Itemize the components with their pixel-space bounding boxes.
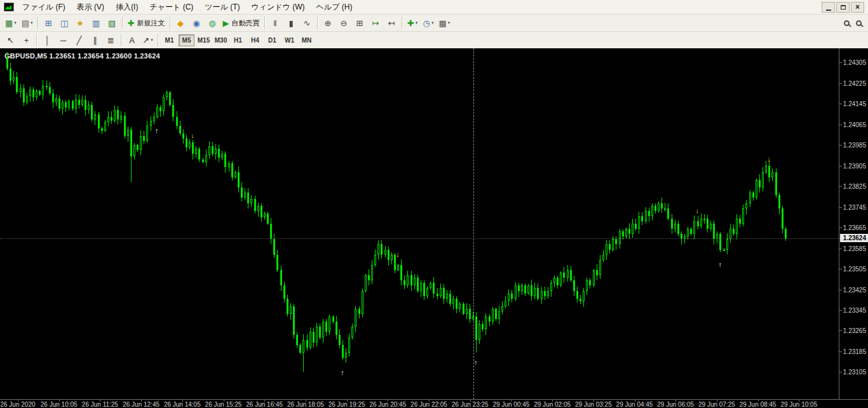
arrows-tool-button[interactable]: ↗▾ bbox=[140, 33, 155, 47]
time-label: 26 Jun 19:25 bbox=[329, 401, 365, 408]
chart-shift-button[interactable]: ↤ bbox=[384, 16, 399, 30]
toolbar-separator bbox=[158, 34, 159, 46]
templates-dropdown-icon[interactable]: ▾ bbox=[448, 20, 451, 25]
timeframe-m30-button[interactable]: M30 bbox=[213, 34, 229, 46]
candle bbox=[742, 208, 744, 224]
text-label-button[interactable]: A bbox=[125, 33, 139, 47]
candle bbox=[339, 335, 341, 345]
menu-file[interactable]: ファイル (F) bbox=[17, 0, 71, 15]
candle bbox=[42, 86, 44, 95]
candle bbox=[651, 206, 653, 216]
lens-icon[interactable] bbox=[856, 20, 862, 26]
chart-line-button[interactable]: ∿ bbox=[300, 16, 315, 30]
timeframe-d1-button[interactable]: D1 bbox=[264, 34, 280, 46]
candle bbox=[632, 224, 634, 234]
candle bbox=[739, 219, 741, 224]
restore-button[interactable] bbox=[836, 2, 850, 13]
candle bbox=[492, 309, 494, 322]
toolbar-right-icons bbox=[844, 20, 865, 26]
current-price-box: 1.23624 bbox=[840, 234, 868, 242]
new-chart-button[interactable]: ▦▾ bbox=[3, 16, 18, 30]
market-watch-button[interactable]: ⊞ bbox=[41, 16, 56, 30]
fibonacci-retracement-button[interactable]: ≣ bbox=[104, 33, 118, 47]
candle bbox=[420, 283, 422, 290]
time-axis[interactable]: 26 Jun 202026 Jun 10:0526 Jun 11:2526 Ju… bbox=[0, 399, 868, 408]
candle bbox=[293, 306, 295, 335]
price-tick bbox=[839, 290, 842, 290]
candle bbox=[407, 275, 409, 285]
trendline-button[interactable]: ╱ bbox=[72, 33, 86, 47]
strategy-tester-button[interactable]: ▧ bbox=[105, 16, 119, 30]
candle bbox=[397, 265, 399, 270]
candle bbox=[391, 255, 393, 260]
close-button[interactable]: × bbox=[851, 2, 864, 13]
candle bbox=[573, 280, 575, 290]
candle bbox=[273, 239, 275, 254]
horizontal-line-button[interactable]: ─ bbox=[56, 33, 71, 47]
menu-charts[interactable]: チャート (C) bbox=[144, 0, 199, 15]
timeframe-w1-button[interactable]: W1 bbox=[281, 34, 297, 46]
periods-dropdown-icon[interactable]: ▾ bbox=[431, 20, 434, 25]
search-icon[interactable] bbox=[844, 20, 850, 26]
candle bbox=[635, 224, 637, 229]
zoom-in-button[interactable]: ⊕ bbox=[321, 16, 336, 30]
chart-bars-icon: ‖ bbox=[273, 19, 276, 27]
trendline-icon: ╱ bbox=[77, 36, 82, 44]
cursor-button[interactable]: ↖ bbox=[3, 33, 18, 47]
candle bbox=[752, 193, 754, 198]
experts-button[interactable]: ◉ bbox=[189, 16, 204, 30]
timeframe-m1-button[interactable]: M1 bbox=[161, 34, 177, 46]
arrows-tool-dropdown-icon[interactable]: ▾ bbox=[151, 37, 153, 43]
zoom-out-button[interactable]: ⊖ bbox=[337, 16, 351, 30]
menu-insert[interactable]: 挿入(I) bbox=[110, 0, 144, 15]
new-chart-dropdown-icon[interactable]: ▾ bbox=[14, 20, 17, 25]
candle bbox=[553, 278, 555, 283]
signal-down-arrow-icon: ↓ bbox=[396, 251, 400, 258]
chart-plot[interactable]: GBPUSD,M5 1.23651 1.23654 1.23600 1.2362… bbox=[0, 48, 839, 399]
candle bbox=[362, 291, 363, 315]
timeframe-h4-button[interactable]: H4 bbox=[247, 34, 263, 46]
candle bbox=[452, 299, 454, 304]
timeframe-mn-button[interactable]: MN bbox=[299, 34, 315, 46]
timeframe-m5-button[interactable]: M5 bbox=[179, 34, 194, 46]
candle bbox=[443, 288, 445, 298]
minimize-button[interactable] bbox=[822, 2, 835, 13]
equidistant-channel-button[interactable]: ∥ bbox=[88, 33, 102, 47]
new-order-button[interactable]: ✚新規注文 bbox=[126, 16, 167, 30]
candle bbox=[130, 130, 132, 157]
zoom-out-icon: ⊖ bbox=[341, 19, 348, 27]
data-window-button[interactable]: ◫ bbox=[57, 16, 72, 30]
candle bbox=[671, 219, 673, 229]
candle bbox=[166, 92, 168, 97]
candle bbox=[98, 114, 100, 128]
periods-button[interactable]: ◷▾ bbox=[421, 16, 436, 30]
chart-candlesticks-button[interactable]: ▮ bbox=[284, 16, 299, 30]
timeframe-h1-button[interactable]: H1 bbox=[230, 34, 246, 46]
chart-ohlc-values: 1.23651 1.23654 1.23600 1.23624 bbox=[49, 52, 159, 60]
terminal-button[interactable]: ▥ bbox=[89, 16, 104, 30]
profiles-dropdown-icon[interactable]: ▾ bbox=[31, 20, 33, 25]
vertical-line-button[interactable]: │ bbox=[40, 33, 55, 47]
menu-view[interactable]: 表示 (V) bbox=[71, 0, 110, 15]
indicators-button[interactable]: ✚▾ bbox=[405, 16, 420, 30]
auto-scroll-button[interactable]: ↦ bbox=[369, 16, 383, 30]
tile-windows-button[interactable]: ⊞ bbox=[353, 16, 367, 30]
timeframe-m15-button[interactable]: M15 bbox=[196, 34, 212, 46]
navigator-button[interactable]: ★ bbox=[73, 16, 88, 30]
templates-button[interactable]: ▩▾ bbox=[437, 16, 452, 30]
auto-trading-button[interactable]: ▶自動売買 bbox=[221, 16, 262, 30]
menu-tools[interactable]: ツール (T) bbox=[199, 0, 245, 15]
indicators-dropdown-icon[interactable]: ▾ bbox=[416, 20, 418, 25]
profiles-button[interactable]: ▤▾ bbox=[20, 16, 35, 30]
candle bbox=[664, 208, 666, 210]
price-label: 1.23745 bbox=[843, 204, 866, 211]
price-axis[interactable]: 1.243051.242251.241451.240651.239851.239… bbox=[839, 48, 868, 399]
menu-window[interactable]: ウィンドウ (W) bbox=[246, 0, 311, 15]
crosshair-button[interactable]: + bbox=[19, 33, 34, 47]
mql5-community-button[interactable]: ◍ bbox=[205, 16, 220, 30]
menu-help[interactable]: ヘルプ (H) bbox=[311, 0, 358, 15]
candle bbox=[224, 154, 226, 167]
candle bbox=[20, 88, 22, 92]
chart-bars-button[interactable]: ‖ bbox=[268, 16, 283, 30]
metaeditor-button[interactable]: ◆ bbox=[173, 16, 188, 30]
